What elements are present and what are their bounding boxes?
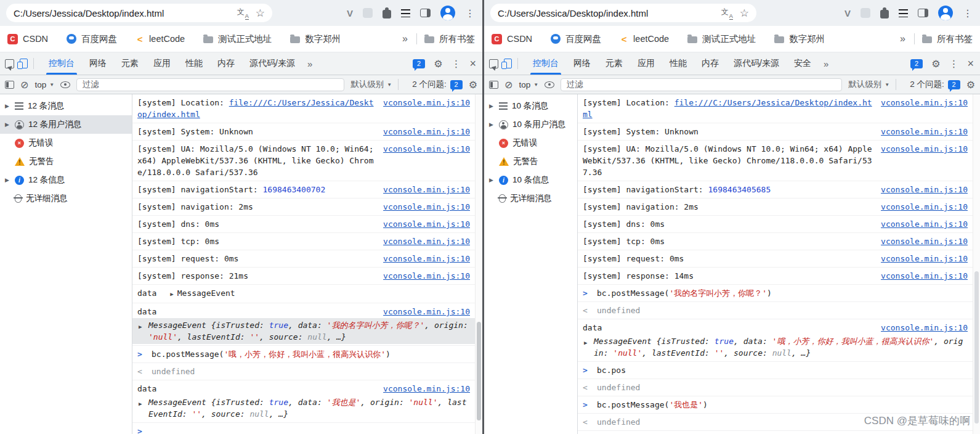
source-location-link[interactable]: vconsole.min.js:10 [383, 143, 470, 155]
bookmark-item[interactable]: leetCode [136, 34, 185, 44]
bookmark-item[interactable]: 测试正式地址 [687, 33, 756, 45]
eye-icon[interactable] [60, 81, 70, 88]
scrollbar-thumb[interactable] [974, 271, 979, 424]
source-location-link[interactable]: vconsole.min.js:10 [881, 126, 968, 137]
devtools-tab-性能[interactable]: 性能 [178, 52, 210, 75]
console-sidebar-item[interactable]: ▶10 条信息 [484, 171, 577, 189]
context-selector[interactable]: top▼ [519, 80, 538, 89]
issues-count-bubble[interactable]: 2 [910, 59, 923, 68]
inspect-icon[interactable] [5, 59, 14, 68]
source-location-link[interactable]: vconsole.min.js:10 [881, 253, 968, 264]
expand-triangle-icon[interactable]: ▶ [139, 398, 142, 410]
source-location-link[interactable]: vconsole.min.js:10 [881, 218, 968, 230]
scrollbar[interactable] [973, 94, 980, 434]
console-settings-gear-icon[interactable]: ⚙ [966, 79, 975, 91]
settings-gear-icon[interactable]: ⚙ [931, 58, 940, 70]
source-location-link[interactable]: vconsole.min.js:10 [383, 201, 470, 213]
more-tabs-chevron[interactable]: » [302, 59, 317, 69]
source-location-link[interactable]: vconsole.min.js:10 [881, 322, 968, 334]
console-sidebar-item[interactable]: ▶10 条消息 [484, 97, 577, 115]
filter-input[interactable]: 过滤 [76, 78, 344, 91]
devtools-tab-网络[interactable]: 网络 [82, 52, 114, 75]
expand-caret-icon[interactable]: ▶ [4, 177, 10, 183]
devtools-tab-元素[interactable]: 元素 [114, 52, 146, 75]
console-sidebar-item[interactable]: 无错误 [0, 134, 132, 152]
source-location-link[interactable]: vconsole.min.js:10 [383, 97, 470, 108]
console-sidebar-item[interactable]: 无警告 [0, 152, 132, 171]
source-location-link[interactable]: vconsole.min.js:10 [383, 235, 470, 247]
userscript-icon[interactable] [899, 9, 908, 17]
close-devtools-icon[interactable]: × [967, 57, 974, 70]
source-location-link[interactable]: vconsole.min.js:10 [383, 306, 470, 317]
object-preview[interactable]: ▶MessageEvent {isTrusted: true, data: '哦… [578, 334, 973, 360]
expand-caret-icon[interactable]: ▶ [488, 177, 495, 183]
source-location-link[interactable]: vconsole.min.js:10 [881, 97, 968, 108]
issues-indicator[interactable]: 2 个问题:2 [910, 79, 960, 90]
console-sidebar-item[interactable]: ▶10 条用户消息 [484, 115, 577, 134]
source-location-link[interactable]: vconsole.min.js:10 [881, 184, 968, 195]
console-sidebar-item[interactable]: 无错误 [484, 134, 577, 152]
source-location-link[interactable]: vconsole.min.js:10 [881, 143, 968, 155]
console-sidebar-item[interactable]: ▶12 条用户消息 [0, 115, 132, 134]
bookmark-item[interactable]: 数字郑州 [290, 33, 341, 45]
expand-caret-icon[interactable]: ▶ [4, 121, 10, 128]
console-sidebar-item[interactable]: 无警告 [484, 152, 577, 171]
v-extension-icon[interactable]: V [347, 8, 353, 18]
sidepanel-icon[interactable] [420, 9, 431, 17]
devtools-tab-应用[interactable]: 应用 [146, 52, 178, 75]
menu-kebab-icon[interactable]: ⋮ [963, 7, 973, 19]
extbox-icon[interactable] [861, 8, 870, 18]
omnibox[interactable]: C:/Users/Jessica/Desktop/index.html☆ [6, 4, 272, 22]
filter-input[interactable]: 过滤 [561, 78, 842, 91]
bookmark-item[interactable]: leetCode [620, 34, 669, 44]
device-icon[interactable] [504, 59, 512, 68]
issues-count-bubble[interactable]: 2 [413, 59, 425, 68]
avatar-icon[interactable] [938, 6, 953, 20]
avatar-icon[interactable] [440, 6, 455, 20]
source-location-link[interactable]: vconsole.min.js:10 [881, 270, 968, 282]
expand-caret-icon[interactable]: ▶ [488, 121, 495, 128]
devtools-tab-源代码/来源[interactable]: 源代码/来源 [242, 52, 302, 75]
devtools-tab-安全[interactable]: 安全 [787, 52, 819, 75]
console-sidebar-item[interactable]: ▶12 条信息 [0, 171, 132, 189]
source-location-link[interactable]: vconsole.min.js:10 [383, 184, 470, 195]
object-preview[interactable]: ▶MessageEvent {isTrusted: true, data: '我… [132, 318, 475, 344]
clear-console-icon[interactable]: ⊘ [20, 79, 28, 91]
puzzle-icon[interactable] [383, 10, 391, 18]
bookmark-item[interactable]: CSDN [492, 34, 532, 44]
scrollbar[interactable] [475, 94, 482, 434]
omnibox[interactable]: C:/Users/Jessica/Desktop/index.html☆ [490, 4, 756, 22]
devtools-tab-内存[interactable]: 内存 [694, 52, 726, 75]
devtools-tab-元素[interactable]: 元素 [598, 52, 630, 75]
source-location-link[interactable]: vconsole.min.js:10 [881, 201, 968, 213]
source-location-link[interactable]: vconsole.min.js:10 [383, 126, 470, 137]
eye-icon[interactable] [545, 81, 554, 88]
menu-kebab-icon[interactable]: ⋮ [465, 7, 475, 19]
devtools-tab-性能[interactable]: 性能 [662, 52, 694, 75]
puzzle-icon[interactable] [880, 10, 889, 18]
device-icon[interactable] [20, 59, 28, 68]
translate-icon[interactable] [237, 7, 248, 18]
source-location-link[interactable]: vconsole.min.js:10 [881, 235, 968, 247]
expand-triangle-icon[interactable]: ▶ [584, 337, 587, 349]
devtools-tab-源代码/来源[interactable]: 源代码/来源 [726, 52, 787, 75]
console-settings-gear-icon[interactable]: ⚙ [469, 79, 477, 91]
v-extension-icon[interactable]: V [844, 8, 851, 18]
bookmark-star-icon[interactable]: ☆ [256, 7, 265, 20]
expand-triangle-icon[interactable]: ▶ [139, 321, 142, 333]
bookmark-item[interactable]: 百度网盘 [551, 33, 601, 45]
consolepanel-icon[interactable] [489, 81, 498, 89]
consolepanel-icon[interactable] [5, 81, 14, 89]
log-level-selector[interactable]: 默认级别▼ [848, 79, 889, 90]
devtools-tab-控制台[interactable]: 控制台 [525, 52, 566, 75]
console-sidebar-item[interactable]: 无详细消息 [484, 189, 577, 208]
close-devtools-icon[interactable]: × [469, 57, 476, 70]
inspect-icon[interactable] [489, 59, 498, 68]
bookmark-item[interactable]: 百度网盘 [67, 33, 117, 45]
issues-indicator[interactable]: 2 个问题:2 [412, 79, 463, 90]
bookmarks-overflow-chevron[interactable]: » [900, 33, 905, 44]
devtools-tab-控制台[interactable]: 控制台 [41, 52, 82, 75]
source-location-link[interactable]: vconsole.min.js:10 [383, 383, 470, 395]
bookmark-item[interactable]: 数字郑州 [774, 33, 825, 45]
more-tabs-chevron[interactable]: » [819, 59, 833, 69]
